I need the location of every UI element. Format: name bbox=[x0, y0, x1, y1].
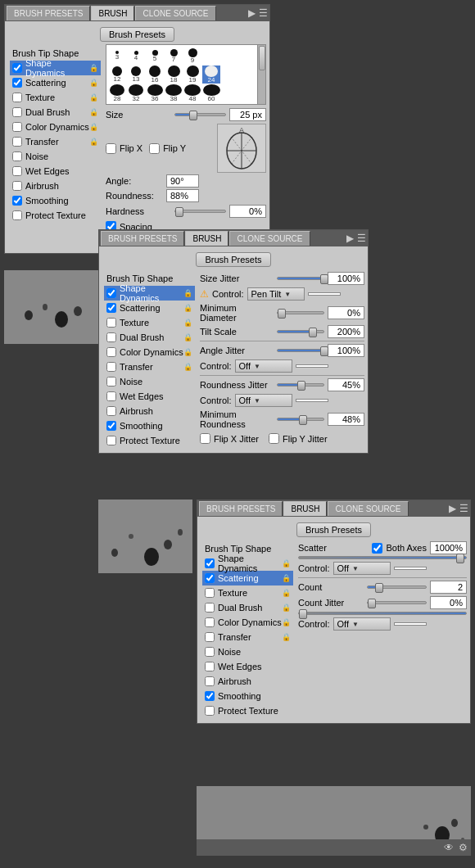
transfer-check-1[interactable] bbox=[12, 137, 22, 147]
angle-input-1[interactable]: 90° bbox=[166, 174, 199, 188]
protect-texture-check-1[interactable] bbox=[12, 210, 22, 220]
texture-check-2[interactable] bbox=[106, 318, 116, 328]
size-value-1[interactable]: 25 px bbox=[229, 108, 266, 121]
both-axes-check[interactable] bbox=[372, 543, 382, 554]
brush-cell-38[interactable]: 38 bbox=[165, 84, 183, 102]
noise-item-2[interactable]: Noise bbox=[104, 374, 195, 389]
dual-brush-item-3[interactable]: Dual Brush 🔒 bbox=[202, 600, 293, 615]
panel-arrow-icon[interactable]: ▶ bbox=[248, 7, 256, 19]
wet-edges-item-1[interactable]: Wet Edges bbox=[10, 164, 101, 179]
smoothing-check-2[interactable] bbox=[106, 421, 116, 431]
protect-texture-check-3[interactable] bbox=[205, 706, 215, 716]
scattering-check-1[interactable] bbox=[12, 78, 22, 88]
grid-scrollbar[interactable] bbox=[257, 45, 265, 104]
panel2-arrow-icon[interactable]: ▶ bbox=[346, 233, 354, 244]
transfer-check-2[interactable] bbox=[106, 362, 116, 372]
panel3-arrow-icon[interactable]: ▶ bbox=[449, 503, 456, 514]
brush-cell-4[interactable]: 4 bbox=[127, 47, 145, 65]
control-dropdown-1[interactable]: Pen Tilt ▼ bbox=[247, 287, 305, 301]
shape-dynamics-check-1[interactable] bbox=[12, 63, 22, 73]
dual-brush-item-1[interactable]: Dual Brush 🔒 bbox=[10, 105, 101, 120]
brush-cell-24[interactable]: 24 bbox=[202, 66, 220, 84]
airbrush-item-1[interactable]: Airbrush bbox=[10, 179, 101, 193]
brush-cell-19[interactable]: 19 bbox=[183, 66, 201, 84]
size-jitter-track[interactable] bbox=[277, 277, 324, 280]
brush-cell-36[interactable]: 36 bbox=[146, 84, 164, 102]
control-dropdown-3[interactable]: Off ▼ bbox=[235, 394, 292, 407]
transfer-item-3[interactable]: Transfer 🔒 bbox=[202, 630, 293, 644]
tilt-scale-value[interactable]: 200% bbox=[328, 325, 364, 338]
hardness-value-1[interactable]: 0% bbox=[229, 205, 266, 218]
roundness-jitter-track[interactable] bbox=[277, 383, 324, 387]
brush-cell-28[interactable]: 28 bbox=[108, 84, 126, 102]
min-diameter-track[interactable] bbox=[277, 311, 324, 314]
smoothing-check-1[interactable] bbox=[12, 196, 22, 206]
size-jitter-value[interactable]: 100% bbox=[328, 272, 364, 285]
wet-edges-check-1[interactable] bbox=[12, 166, 22, 176]
panel3-menu-icon[interactable]: ☰ bbox=[459, 503, 468, 514]
scatter-value[interactable]: 1000% bbox=[430, 541, 467, 554]
flip-y-check[interactable] bbox=[149, 143, 160, 154]
color-dynamics-item-2[interactable]: Color Dynamics 🔒 bbox=[104, 345, 195, 359]
panel2-menu-icon[interactable]: ☰ bbox=[357, 233, 366, 244]
protect-texture-check-2[interactable] bbox=[106, 436, 116, 445]
protect-texture-item-3[interactable]: Protect Texture bbox=[202, 703, 293, 718]
panel-menu-icon[interactable]: ☰ bbox=[259, 7, 268, 19]
wet-edges-check-3[interactable] bbox=[205, 662, 215, 671]
tab-brush-presets-1[interactable]: BRUSH PRESETS bbox=[7, 6, 90, 20]
brush-cell-7[interactable]: 7 bbox=[165, 47, 183, 65]
brush-cell-60[interactable]: 60 bbox=[202, 84, 220, 102]
brush-cell-16[interactable]: 16 bbox=[146, 66, 164, 84]
tab-brush-3[interactable]: BRUSH bbox=[283, 501, 327, 516]
count-jitter-thumb[interactable] bbox=[299, 609, 307, 619]
tab-brush-1[interactable]: BRUSH bbox=[91, 6, 134, 20]
scatter-control-dropdown[interactable]: Off ▼ bbox=[333, 562, 391, 575]
tab-brush-presets-2[interactable]: BRUSH PRESETS bbox=[101, 231, 184, 246]
smoothing-item-2[interactable]: Smoothing bbox=[104, 418, 195, 433]
brush-cell-18[interactable]: 18 bbox=[165, 66, 183, 84]
control-input-3[interactable] bbox=[296, 399, 328, 402]
noise-check-3[interactable] bbox=[205, 647, 215, 657]
noise-item-3[interactable]: Noise bbox=[202, 644, 293, 659]
brush-cell-5[interactable]: 5 bbox=[146, 47, 164, 65]
tab-clone-source-1[interactable]: CLONE SOURCE bbox=[135, 6, 215, 20]
color-dynamics-check-3[interactable] bbox=[205, 617, 215, 627]
texture-check-3[interactable] bbox=[205, 588, 215, 598]
scatter-control-input[interactable] bbox=[394, 567, 427, 570]
dual-brush-check-2[interactable] bbox=[106, 332, 116, 342]
wet-edges-item-2[interactable]: Wet Edges bbox=[104, 389, 195, 404]
texture-item-3[interactable]: Texture 🔒 bbox=[202, 585, 293, 600]
smoothing-item-1[interactable]: Smoothing bbox=[10, 193, 101, 208]
tab-brush-presets-3[interactable]: BRUSH PRESETS bbox=[199, 501, 283, 516]
protect-texture-item-1[interactable]: Protect Texture bbox=[10, 208, 101, 223]
roundness-input-1[interactable]: 88% bbox=[166, 189, 199, 202]
airbrush-check-1[interactable] bbox=[12, 181, 22, 191]
tab-clone-source-3[interactable]: CLONE SOURCE bbox=[328, 501, 408, 516]
settings-icon[interactable]: ⚙ bbox=[459, 842, 468, 853]
transfer-item-2[interactable]: Transfer 🔒 bbox=[104, 359, 195, 374]
control-input-2[interactable] bbox=[296, 364, 328, 368]
color-dynamics-check-2[interactable] bbox=[106, 347, 116, 357]
count-jitter-slider[interactable] bbox=[298, 612, 467, 615]
count-value[interactable]: 2 bbox=[430, 581, 467, 594]
control-dropdown-2[interactable]: Off ▼ bbox=[235, 359, 292, 373]
smoothing-check-3[interactable] bbox=[205, 691, 215, 701]
transfer-check-3[interactable] bbox=[205, 632, 215, 642]
count-jitter-value[interactable]: 0% bbox=[430, 596, 467, 609]
flip-x-check[interactable] bbox=[106, 143, 116, 154]
noise-item-1[interactable]: Noise bbox=[10, 149, 101, 164]
brush-cell-9[interactable]: 9 bbox=[183, 47, 201, 65]
control-input-1[interactable] bbox=[308, 292, 341, 296]
wet-edges-item-3[interactable]: Wet Edges bbox=[202, 659, 293, 674]
min-roundness-track[interactable] bbox=[277, 418, 324, 421]
brush-cell-32[interactable]: 32 bbox=[127, 84, 145, 102]
size-track-1[interactable] bbox=[174, 113, 226, 116]
brush-cell-48[interactable]: 48 bbox=[183, 84, 201, 102]
count-track[interactable] bbox=[367, 585, 427, 589]
scatter-slider[interactable] bbox=[298, 556, 467, 559]
tab-brush-2[interactable]: BRUSH bbox=[185, 231, 228, 246]
brush-cell-12[interactable]: 12 bbox=[108, 66, 126, 84]
texture-item-2[interactable]: Texture 🔒 bbox=[104, 315, 195, 330]
shape-dynamics-check-2[interactable] bbox=[106, 288, 116, 298]
scattering-check-2[interactable] bbox=[106, 303, 116, 313]
